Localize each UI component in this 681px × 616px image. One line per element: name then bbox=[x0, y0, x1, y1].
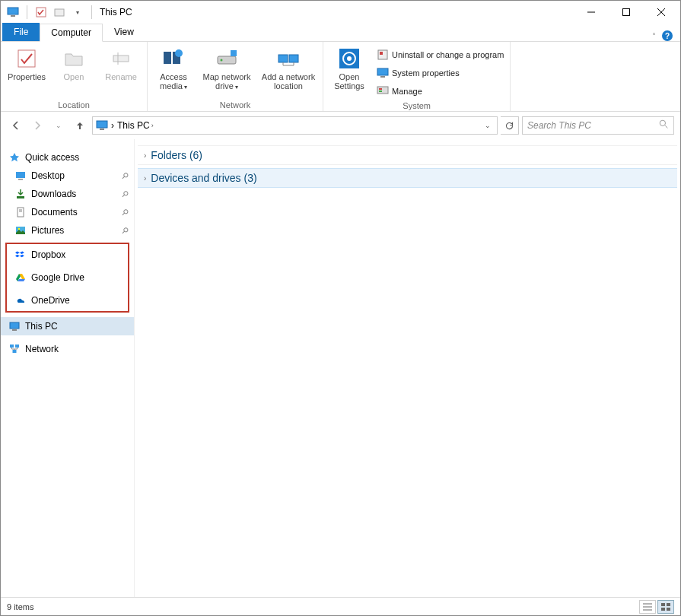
breadcrumb-history-dropdown[interactable]: ⌄ bbox=[485, 122, 494, 129]
properties-qat-icon[interactable] bbox=[33, 5, 49, 20]
svg-rect-37 bbox=[18, 179, 23, 180]
documents-icon bbox=[14, 206, 27, 218]
svg-rect-44 bbox=[10, 322, 19, 329]
pin-icon: ⚲ bbox=[119, 225, 131, 237]
quick-access-toolbar: ▾ bbox=[2, 5, 95, 20]
dropbox-icon bbox=[14, 249, 27, 261]
help-icon[interactable]: ? bbox=[662, 30, 673, 41]
nav-recent-dropdown[interactable]: ⌄ bbox=[49, 116, 68, 135]
breadcrumb-segment[interactable]: This PC › bbox=[117, 120, 154, 131]
close-button[interactable] bbox=[644, 1, 679, 24]
collapse-ribbon-icon[interactable]: ˄ bbox=[652, 32, 656, 40]
nav-forward-button[interactable] bbox=[28, 116, 46, 135]
breadcrumb[interactable]: › This PC › ⌄ bbox=[92, 116, 498, 135]
open-settings-button[interactable]: Open Settings bbox=[328, 45, 371, 92]
sidebar-item-pictures[interactable]: Pictures ⚲ bbox=[1, 221, 134, 240]
chevron-right-icon[interactable]: › bbox=[151, 122, 154, 129]
pictures-icon bbox=[14, 224, 27, 237]
chevron-right-icon[interactable]: › bbox=[111, 120, 114, 131]
svg-point-24 bbox=[347, 56, 352, 61]
svg-rect-36 bbox=[16, 172, 25, 178]
title-bar: ▾ This PC bbox=[1, 1, 680, 24]
group-devices-and-drives[interactable]: › Devices and drives (3) bbox=[138, 168, 677, 188]
svg-rect-46 bbox=[10, 345, 14, 348]
google-drive-icon bbox=[14, 271, 27, 284]
downloads-icon bbox=[14, 188, 27, 200]
manage-button[interactable]: Manage bbox=[375, 83, 505, 100]
refresh-button[interactable] bbox=[501, 116, 519, 135]
search-box[interactable] bbox=[522, 116, 674, 135]
sidebar-item-desktop[interactable]: Desktop ⚲ bbox=[1, 167, 134, 185]
sidebar-item-downloads[interactable]: Downloads ⚲ bbox=[1, 185, 134, 203]
open-button: Open bbox=[53, 45, 95, 83]
svg-rect-38 bbox=[17, 196, 24, 198]
pc-monitor-icon bbox=[8, 320, 21, 332]
svg-point-13 bbox=[175, 49, 183, 57]
tab-computer[interactable]: Computer bbox=[40, 24, 103, 42]
sidebar-item-google-drive[interactable]: Google Drive bbox=[7, 268, 128, 287]
svg-rect-29 bbox=[377, 87, 388, 94]
new-folder-qat-icon[interactable] bbox=[52, 5, 67, 20]
svg-rect-47 bbox=[15, 345, 19, 348]
maximize-button[interactable] bbox=[609, 1, 644, 24]
sidebar-item-onedrive[interactable]: OneDrive bbox=[7, 291, 128, 310]
qat-dropdown-icon[interactable]: ▾ bbox=[70, 5, 85, 20]
details-view-button[interactable] bbox=[639, 600, 656, 614]
ribbon-group-system-label: System bbox=[328, 100, 505, 110]
minimize-button[interactable] bbox=[574, 1, 609, 24]
sidebar-item-this-pc[interactable]: This PC bbox=[1, 317, 134, 335]
tab-file[interactable]: File bbox=[2, 23, 40, 41]
svg-point-15 bbox=[221, 59, 223, 62]
svg-rect-16 bbox=[231, 50, 237, 56]
add-network-location-button[interactable]: Add a network location bbox=[259, 45, 318, 92]
window-title: This PC bbox=[100, 7, 132, 17]
svg-rect-8 bbox=[18, 50, 35, 67]
sidebar-highlighted-section: Dropbox Google Drive OneDrive bbox=[5, 243, 129, 313]
ribbon-group-network-label: Network bbox=[152, 99, 318, 110]
pin-icon: ⚲ bbox=[119, 207, 131, 218]
ribbon-tabs: File Computer View ˄ ? bbox=[1, 24, 680, 42]
svg-rect-3 bbox=[55, 9, 64, 16]
svg-rect-11 bbox=[164, 52, 171, 64]
chevron-right-icon: › bbox=[144, 174, 146, 183]
properties-button[interactable]: Properties bbox=[5, 45, 48, 83]
sidebar-item-network[interactable]: Network bbox=[1, 340, 134, 358]
svg-rect-32 bbox=[97, 121, 107, 128]
rename-button: Rename bbox=[100, 45, 142, 83]
nav-up-button[interactable] bbox=[71, 116, 89, 135]
address-bar-row: ⌄ › This PC › ⌄ bbox=[1, 112, 680, 139]
content-area: › Folders (6) › Devices and drives (3) bbox=[135, 139, 680, 597]
svg-line-7 bbox=[657, 8, 665, 16]
ribbon-group-location: Properties Open Rename Location bbox=[1, 42, 148, 111]
status-bar: 9 items bbox=[1, 597, 680, 615]
svg-rect-31 bbox=[379, 90, 382, 92]
view-toggle bbox=[639, 600, 674, 614]
sidebar-item-quick-access[interactable]: Quick access bbox=[1, 148, 134, 167]
sidebar-item-documents[interactable]: Documents ⚲ bbox=[1, 203, 134, 221]
svg-rect-45 bbox=[12, 329, 17, 331]
pc-monitor-icon bbox=[96, 119, 108, 132]
pin-icon: ⚲ bbox=[119, 170, 131, 182]
group-folders[interactable]: › Folders (6) bbox=[138, 145, 677, 165]
svg-rect-55 bbox=[667, 608, 670, 611]
uninstall-program-button[interactable]: Uninstall or change a program bbox=[375, 46, 505, 63]
tab-view[interactable]: View bbox=[103, 23, 145, 41]
svg-rect-1 bbox=[11, 15, 15, 17]
large-icons-view-button[interactable] bbox=[657, 600, 674, 614]
svg-rect-28 bbox=[380, 76, 385, 78]
svg-point-43 bbox=[18, 228, 20, 230]
star-icon bbox=[8, 151, 21, 164]
status-item-count: 9 items bbox=[7, 602, 33, 611]
search-icon bbox=[659, 119, 669, 132]
svg-rect-54 bbox=[661, 608, 665, 611]
ribbon-group-location-label: Location bbox=[5, 99, 142, 110]
nav-back-button[interactable] bbox=[7, 116, 25, 135]
map-network-drive-button[interactable]: Map network drive bbox=[199, 45, 254, 92]
system-properties-button[interactable]: System properties bbox=[375, 65, 505, 81]
access-media-button[interactable]: Access media bbox=[152, 45, 195, 92]
search-input[interactable] bbox=[527, 120, 659, 131]
svg-rect-0 bbox=[8, 8, 18, 14]
svg-rect-18 bbox=[289, 55, 298, 62]
svg-rect-52 bbox=[661, 603, 665, 606]
sidebar-item-dropbox[interactable]: Dropbox bbox=[7, 246, 128, 264]
